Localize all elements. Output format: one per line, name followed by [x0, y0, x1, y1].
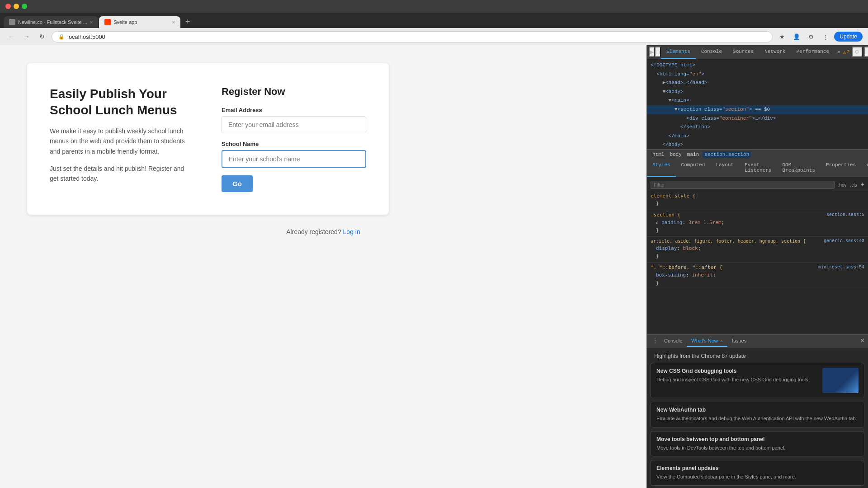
menu-button[interactable]: ⋮ — [820, 31, 831, 42]
star-rule-close: } — [651, 279, 864, 287]
minimize-button[interactable] — [14, 4, 19, 9]
bottom-tab-issues[interactable]: Issues — [727, 335, 751, 347]
news-desc-3: View the Computed sidebar pane in the St… — [656, 473, 859, 481]
extension-button[interactable]: ⚙ — [805, 31, 817, 42]
breadcrumb-bar: html body main section.section — [647, 150, 868, 160]
devtools-panel: ▶ ◻ Elements Console Sources Network Per… — [646, 45, 868, 488]
email-input[interactable] — [222, 116, 366, 133]
address-bar[interactable]: 🔒 localhost:5000 — [52, 31, 773, 42]
tab-favicon-2 — [104, 19, 111, 25]
traffic-lights — [5, 4, 27, 9]
reload-button[interactable]: ↻ — [36, 31, 48, 42]
breadcrumb-html[interactable]: html — [651, 151, 666, 158]
tab-close-1[interactable]: × — [90, 19, 93, 25]
bookmark-button[interactable]: ★ — [776, 31, 788, 42]
maximize-button[interactable] — [22, 4, 27, 9]
add-style-button[interactable]: + — [861, 181, 864, 188]
html-line-div: <div class="container">…</div> — [647, 114, 868, 123]
close-button[interactable] — [5, 4, 11, 9]
html-line-section[interactable]: ▼<section class="section"> == $0 — [647, 105, 868, 114]
whats-new-tab-close[interactable]: × — [720, 338, 723, 343]
html-line-head: ►<head>…</head> — [647, 79, 868, 88]
filter-hov[interactable]: :hov — [838, 183, 847, 188]
nav-bar: ← → ↻ 🔒 localhost:5000 ★ 👤 ⚙ ⋮ Update — [0, 28, 868, 45]
hero-desc-2: Just set the details and hit publish! Re… — [50, 164, 194, 184]
browser-viewport: Easily Publish Your School Lunch Menus W… — [0, 45, 646, 488]
tab-label-1: Newline.co - Fullstack Svelte ... — [18, 19, 87, 25]
generic-source[interactable]: generic.sass:43 — [824, 239, 864, 244]
already-registered-text: Already registered? — [286, 228, 341, 235]
devtools-icons: ⚠ 2 ⚙ ⋮ ✕ — [843, 47, 868, 57]
bottom-panel-close[interactable]: × — [860, 337, 864, 345]
news-title-3: Elements panel updates — [656, 465, 859, 471]
nav-actions: ★ 👤 ⚙ ⋮ Update — [776, 31, 863, 42]
html-line-main: ▼<main> — [647, 96, 868, 105]
star-source[interactable]: minireset.sass:54 — [818, 265, 864, 270]
bottom-tab-whats-new[interactable]: What's New × — [687, 335, 727, 347]
already-registered: Already registered? Log in — [27, 228, 619, 235]
main-area: Easily Publish Your School Lunch Menus W… — [0, 45, 868, 488]
generic-rule: article, aside, figure, footer, header, … — [647, 237, 868, 263]
style-tab-dom-breakpoints[interactable]: DOM Breakpoints — [777, 160, 821, 177]
style-tab-layout[interactable]: Layout — [710, 160, 739, 177]
devtools-more-tabs[interactable]: » — [835, 46, 843, 58]
add-tab-button[interactable]: + — [181, 15, 194, 28]
breadcrumb-main[interactable]: main — [685, 151, 701, 158]
section-source[interactable]: section.sass:5 — [826, 212, 864, 217]
style-tab-properties[interactable]: Properties — [821, 160, 861, 177]
bottom-panel: ⋮ Console What's New × Issues × Highligh… — [647, 334, 868, 488]
news-item-1: New WebAuthn tab Emulate authenticators … — [651, 402, 864, 427]
login-link[interactable]: Log in — [343, 228, 360, 235]
update-button[interactable]: Update — [834, 32, 863, 42]
breadcrumb-body[interactable]: body — [668, 151, 683, 158]
hero-title: Easily Publish Your School Lunch Menus — [50, 86, 194, 119]
page-content: Easily Publish Your School Lunch Menus W… — [27, 63, 389, 215]
go-button[interactable]: Go — [222, 175, 253, 192]
devtools-tab-sources[interactable]: Sources — [727, 45, 759, 59]
profile-button[interactable]: 👤 — [791, 31, 802, 42]
devtools-tab-network[interactable]: Network — [759, 45, 791, 59]
style-tabs: Styles Computed Layout Event Listeners D… — [647, 160, 868, 177]
style-tab-styles[interactable]: Styles — [647, 160, 676, 177]
element-style-rule: element.style { } — [647, 191, 868, 210]
section-selector: .section { — [651, 212, 680, 218]
filter-cls[interactable]: .cls — [850, 183, 857, 188]
section-rule: .section { section.sass:5 ► padding: 3re… — [647, 210, 868, 237]
devtools-settings-button[interactable]: ⚙ — [852, 47, 863, 57]
lock-icon: 🔒 — [58, 34, 65, 40]
breadcrumb-section[interactable]: section.section — [703, 151, 751, 158]
style-tab-computed[interactable]: Computed — [676, 160, 711, 177]
devtools-device-button[interactable]: ◻ — [655, 47, 661, 57]
bottom-tab-console[interactable]: Console — [660, 335, 687, 347]
warning-icon: ⚠ — [843, 49, 846, 55]
bottom-group-button[interactable]: ⋮ — [651, 335, 660, 347]
school-name-input[interactable] — [222, 150, 366, 168]
generic-display-prop: display: block; — [651, 244, 864, 253]
news-item-3: Elements panel updates View the Computed… — [651, 460, 864, 486]
news-thumbnail-0 — [822, 368, 859, 393]
html-panel: <!DOCTYPE html> <html lang="en"> ►<head>… — [647, 59, 868, 150]
news-desc-0: Debug and inspect CSS Grid with the new … — [656, 376, 817, 384]
style-tab-accessibility[interactable]: Accessibility — [861, 160, 868, 177]
html-line-body: ▼<body> — [647, 88, 868, 97]
tab-label-2: Svelte app — [113, 19, 170, 25]
warning-count: 2 — [847, 49, 850, 55]
section-padding-prop: ► padding: 3rem 1.5rem; — [651, 219, 864, 227]
tab-close-2[interactable]: × — [172, 19, 175, 25]
tab-2[interactable]: Svelte app × — [99, 16, 180, 28]
devtools-tab-performance[interactable]: Performance — [791, 45, 835, 59]
devtools-inspect-button[interactable]: ▶ — [649, 47, 655, 57]
news-title-0: New CSS Grid debugging tools — [656, 368, 817, 374]
hero-desc-1: We make it easy to publish weekly school… — [50, 126, 194, 156]
devtools-tab-elements[interactable]: Elements — [661, 45, 696, 59]
tab-1[interactable]: Newline.co - Fullstack Svelte ... × — [4, 16, 98, 28]
filter-input[interactable] — [651, 181, 835, 189]
bottom-tabs: ⋮ Console What's New × Issues × — [647, 335, 868, 347]
forward-button[interactable]: → — [21, 31, 33, 42]
style-tab-event-listeners[interactable]: Event Listeners — [739, 160, 777, 177]
devtools-tab-console[interactable]: Console — [696, 45, 727, 59]
devtools-more-button[interactable]: ⋮ — [864, 47, 868, 57]
styles-panel: :hov .cls + element.style { } .section {… — [647, 177, 868, 334]
whats-new-header: Highlights from the Chrome 87 update — [651, 351, 864, 363]
back-button[interactable]: ← — [5, 31, 17, 42]
